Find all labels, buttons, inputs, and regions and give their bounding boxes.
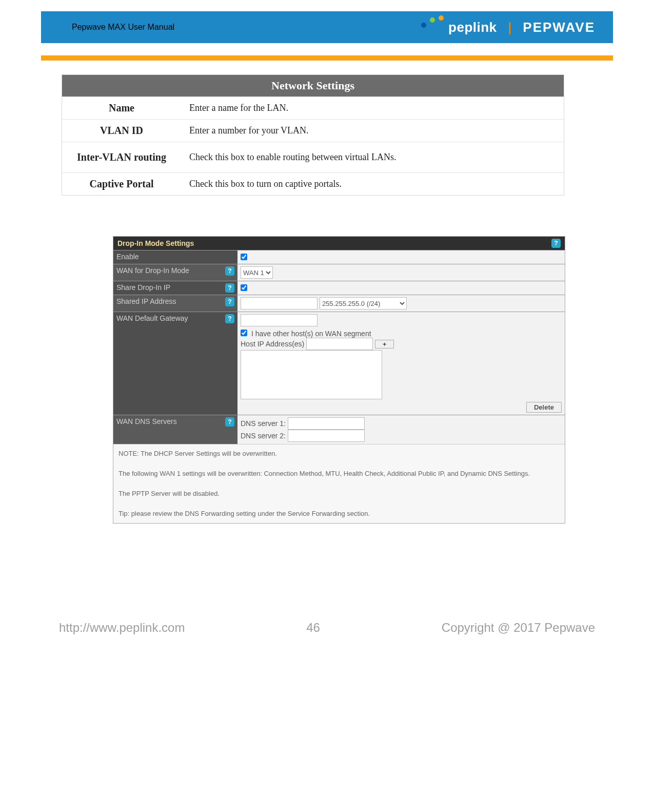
row-inter-vlan: Inter-VLAN routing Check this box to ena… — [62, 142, 564, 173]
logo-dots — [421, 15, 444, 28]
help-icon[interactable]: ? — [551, 239, 561, 248]
label-wan-mode: WAN for Drop-In Mode — [116, 266, 189, 275]
desc-inter-vlan: Check this box to enable routing between… — [181, 142, 564, 173]
dns1-input[interactable] — [288, 417, 365, 430]
label-shared-ip: Shared IP Address — [116, 297, 176, 305]
note-1: NOTE: The DHCP Server Settings will be o… — [118, 449, 560, 459]
delete-button[interactable]: Delete — [526, 402, 562, 413]
host-ip-input[interactable] — [306, 338, 373, 350]
dropin-title: Drop-In Mode Settings — [117, 239, 194, 247]
label-vlan-id: VLAN ID — [62, 120, 182, 142]
logo-pepwave: PEPWAVE — [523, 20, 595, 35]
label-captive-portal: Captive Portal — [62, 173, 182, 196]
host-ip-list[interactable] — [241, 350, 382, 399]
row-enable: Enable — [113, 250, 565, 264]
note-4: Tip: please review the DNS Forwarding se… — [118, 509, 560, 519]
network-settings-title: Network Settings — [62, 75, 564, 97]
row-name: Name Enter a name for the LAN. — [62, 97, 564, 120]
logo-separator: | — [508, 20, 512, 35]
row-wan-mode: WAN for Drop-In Mode ? WAN 1 — [113, 264, 565, 281]
dns1-label: DNS server 1: — [241, 419, 286, 428]
help-icon[interactable]: ? — [225, 266, 234, 276]
host-ip-label: Host IP Address(es) — [241, 340, 304, 348]
help-icon[interactable]: ? — [225, 283, 234, 293]
row-vlan-id: VLAN ID Enter a number for your VLAN. — [62, 120, 564, 142]
manual-title: Pepwave MAX User Manual — [72, 23, 174, 32]
footer-page: 46 — [306, 621, 320, 635]
label-share-ip: Share Drop-In IP — [116, 283, 170, 292]
footer-url: http://www.peplink.com — [59, 621, 185, 635]
header-underline — [41, 55, 613, 61]
share-ip-checkbox[interactable] — [241, 284, 247, 291]
desc-name: Enter a name for the LAN. — [181, 97, 564, 120]
footer-copyright: Copyright @ 2017 Pepwave — [442, 621, 595, 635]
help-icon[interactable]: ? — [225, 314, 234, 323]
help-icon[interactable]: ? — [225, 297, 234, 306]
dns2-input[interactable] — [288, 430, 365, 442]
row-shared-ip: Shared IP Address ? 255.255.255.0 (/24) — [113, 295, 565, 312]
logo-peplink: peplink — [448, 20, 497, 35]
help-icon[interactable]: ? — [225, 417, 234, 427]
shared-ip-input[interactable] — [241, 297, 318, 310]
row-default-gw: WAN Default Gateway ? I have other host(… — [113, 312, 565, 415]
default-gw-input[interactable] — [241, 314, 318, 326]
other-hosts-label: I have other host(s) on WAN segment — [251, 330, 371, 338]
add-host-button[interactable]: + — [375, 340, 394, 349]
wan-mode-select[interactable]: WAN 1 — [241, 266, 273, 279]
enable-checkbox[interactable] — [241, 254, 247, 260]
title-bar: Pepwave MAX User Manual peplink | PEPWAV… — [41, 11, 613, 43]
row-share-ip: Share Drop-In IP ? — [113, 281, 565, 295]
page-footer: http://www.peplink.com 46 Copyright @ 20… — [59, 621, 595, 635]
dns2-label: DNS server 2: — [241, 432, 286, 440]
label-enable: Enable — [116, 253, 139, 261]
shared-ip-mask-select[interactable]: 255.255.255.0 (/24) — [320, 297, 407, 310]
row-dns: WAN DNS Servers ? DNS server 1: DNS serv… — [113, 415, 565, 444]
desc-captive-portal: Check this box to turn on captive portal… — [181, 173, 564, 196]
label-default-gw: WAN Default Gateway — [116, 314, 188, 322]
note-2: The following WAN 1 settings will be ove… — [118, 469, 560, 479]
row-captive-portal: Captive Portal Check this box to turn on… — [62, 173, 564, 196]
label-name: Name — [62, 97, 182, 120]
note-3: The PPTP Server will be disabled. — [118, 489, 560, 499]
label-dns: WAN DNS Servers — [116, 417, 177, 426]
brand-logo: peplink | PEPWAVE — [448, 20, 595, 35]
other-hosts-checkbox[interactable] — [241, 330, 247, 336]
dropin-panel: Drop-In Mode Settings ? Enable WAN for D… — [113, 236, 565, 524]
network-settings-table: Network Settings Name Enter a name for t… — [62, 74, 564, 196]
notes-block: NOTE: The DHCP Server Settings will be o… — [113, 444, 565, 523]
label-inter-vlan: Inter-VLAN routing — [62, 142, 182, 173]
desc-vlan-id: Enter a number for your VLAN. — [181, 120, 564, 142]
